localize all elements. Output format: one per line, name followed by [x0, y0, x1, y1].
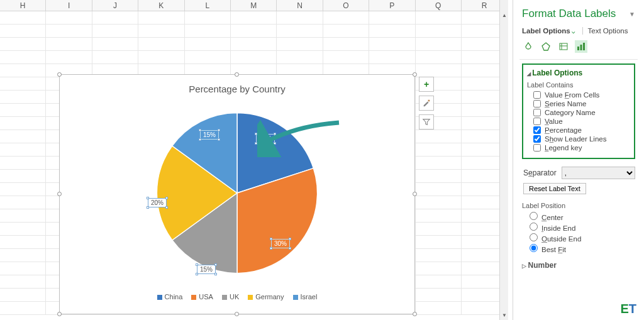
vertical-scrollbar[interactable]: ▲ ▼ [499, 0, 508, 320]
data-label-china[interactable]: 20% [256, 134, 275, 143]
radio-inside-end[interactable]: Inside End [530, 223, 635, 232]
legend-item[interactable]: Israel [293, 293, 318, 301]
pane-menu-caret-icon[interactable]: ▼ [629, 11, 635, 18]
section-number[interactable]: Number [522, 261, 635, 270]
resize-handle[interactable] [413, 312, 417, 316]
size-props-icon[interactable] [557, 40, 570, 53]
brush-icon [422, 99, 431, 108]
resize-handle[interactable] [57, 312, 62, 316]
legend-item[interactable]: China [157, 293, 183, 301]
legend-item[interactable]: UK [222, 293, 239, 301]
checkbox-category-name[interactable]: Category Name [533, 109, 630, 116]
funnel-icon [422, 118, 431, 126]
checkbox-legend-key[interactable]: Legend key [533, 144, 630, 152]
tab-label-options[interactable]: Label Options [522, 27, 575, 35]
resize-handle[interactable] [235, 72, 239, 77]
legend-item[interactable]: USA [191, 293, 213, 301]
col-header[interactable]: Q [416, 0, 462, 11]
svg-rect-0 [428, 100, 430, 102]
resize-handle[interactable] [413, 192, 417, 196]
legend-item[interactable]: Germany [248, 293, 284, 301]
label-position-heading: Label Position [522, 202, 635, 209]
chart-flyout-buttons: + [419, 77, 434, 130]
chart-styles-button[interactable] [419, 96, 434, 111]
col-header[interactable]: O [323, 0, 369, 11]
data-label-germany[interactable]: 20% [148, 198, 167, 207]
et-logo: ET [620, 302, 636, 316]
separator-select[interactable]: , [562, 167, 635, 179]
col-header[interactable]: I [46, 0, 92, 11]
chart-legend[interactable]: ChinaUSAUKGermanyIsrael [60, 293, 414, 301]
reset-label-text-button[interactable]: Reset Label Text [523, 183, 586, 194]
svg-rect-5 [577, 47, 579, 50]
tab-text-options[interactable]: Text Options [582, 27, 628, 35]
checkbox-value-from-cells[interactable]: Value From Cells [533, 91, 630, 99]
col-header[interactable]: J [92, 0, 138, 11]
col-header[interactable]: K [138, 0, 184, 11]
col-header[interactable]: N [277, 0, 323, 11]
col-header[interactable]: H [0, 0, 46, 11]
radio-center[interactable]: Center [530, 212, 635, 221]
plus-icon: + [424, 79, 429, 89]
checkbox-percentage[interactable]: Percentage [533, 126, 630, 134]
pie-chart[interactable] [146, 102, 328, 284]
resize-handle[interactable] [235, 312, 239, 316]
svg-rect-2 [560, 43, 567, 50]
chart-object[interactable]: Percentage by Country ChinaUSAUKGermanyI… [59, 74, 415, 314]
resize-handle[interactable] [57, 192, 62, 196]
label-options-icon[interactable] [575, 40, 587, 53]
resize-handle[interactable] [413, 72, 417, 77]
label-contains-heading: Label Contains [527, 81, 630, 89]
data-label-uk[interactable]: 15% [197, 265, 216, 274]
pane-title: Format Data Labels [522, 8, 616, 20]
scroll-down-icon[interactable]: ▼ [500, 311, 509, 320]
section-label-options[interactable]: Label Options [527, 69, 630, 77]
column-header-row: H I J K L M N O P Q R [0, 0, 508, 11]
svg-rect-7 [583, 43, 585, 50]
effects-icon[interactable] [540, 40, 552, 53]
svg-marker-1 [542, 43, 550, 50]
separator-label: Separator [523, 168, 557, 177]
radio-outside-end[interactable]: Outside End [530, 233, 635, 243]
checkbox-value[interactable]: Value [533, 118, 630, 125]
col-header[interactable]: L [185, 0, 231, 11]
chart-elements-button[interactable]: + [419, 77, 434, 92]
resize-handle[interactable] [57, 72, 62, 77]
checkbox-show-leader-lines[interactable]: Show Leader Lines [533, 135, 630, 143]
scroll-up-icon[interactable]: ▲ [500, 11, 509, 20]
svg-rect-6 [580, 45, 582, 50]
label-options-section: Label Options Label Contains Value From … [522, 63, 635, 159]
format-data-labels-pane: Format Data Labels ▼ Label Options Text … [513, 0, 641, 320]
col-header[interactable]: M [231, 0, 277, 11]
radio-best-fit[interactable]: Best Fit [530, 244, 635, 253]
chart-filters-button[interactable] [419, 114, 434, 130]
col-header[interactable]: P [369, 0, 415, 11]
fill-line-icon[interactable] [522, 40, 535, 53]
data-label-usa[interactable]: 30% [271, 239, 290, 248]
chart-title[interactable]: Percentage by Country [60, 84, 414, 94]
checkbox-series-name[interactable]: Series Name [533, 100, 630, 108]
data-label-israel[interactable]: 15% [200, 130, 219, 140]
